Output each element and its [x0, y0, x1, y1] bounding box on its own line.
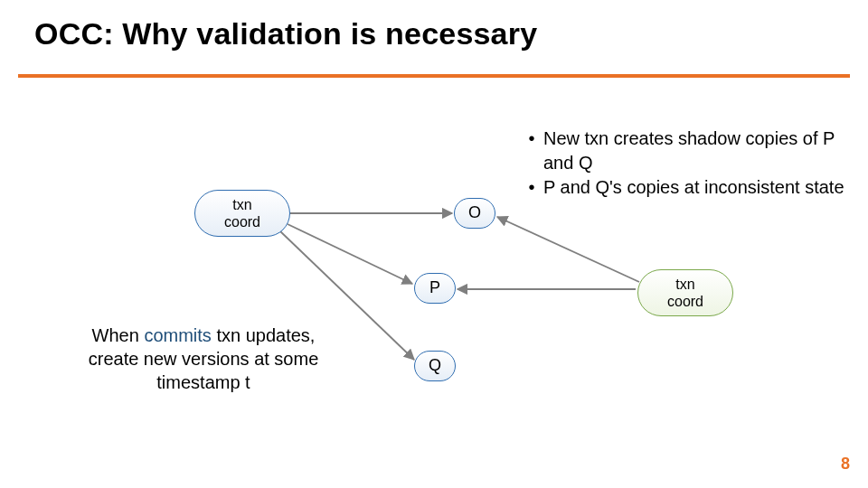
bullet-text: P and Q's copies at inconsistent state [543, 175, 845, 200]
node-txn-coord-a-label: txn coord [224, 196, 260, 230]
page-number-text: 8 [841, 455, 850, 473]
node-P-label: P [429, 278, 440, 298]
node-O-label: O [468, 203, 481, 223]
node-Q: Q [414, 351, 456, 381]
svg-line-1 [288, 224, 412, 284]
bullet-item: • P and Q's copies at inconsistent state [520, 175, 845, 200]
bullet-marker: • [520, 127, 543, 175]
node-O: O [454, 198, 495, 229]
node-txn-coord-b-label: txn coord [667, 276, 703, 310]
node-Q-label: Q [429, 356, 441, 376]
node-txn-coord-b: txn coord [637, 269, 733, 316]
node-P: P [414, 273, 456, 304]
bullet-list: • New txn creates shadow copies of P and… [520, 127, 845, 200]
diagram-wrapper: txn coord txn coord O P Q [0, 0, 868, 488]
left-caption: When commits txn updates, create new ver… [72, 324, 335, 394]
node-txn-coord-a: txn coord [194, 190, 290, 237]
page-number: 8 [841, 455, 850, 474]
left-caption-accent: commits [144, 325, 211, 345]
bullet-marker: • [520, 175, 543, 200]
svg-line-3 [497, 217, 639, 282]
diagram-arrows [0, 0, 868, 488]
bullet-text: New txn creates shadow copies of P and Q [543, 127, 845, 175]
bullet-item: • New txn creates shadow copies of P and… [520, 127, 845, 175]
left-caption-pre: When [92, 325, 145, 345]
